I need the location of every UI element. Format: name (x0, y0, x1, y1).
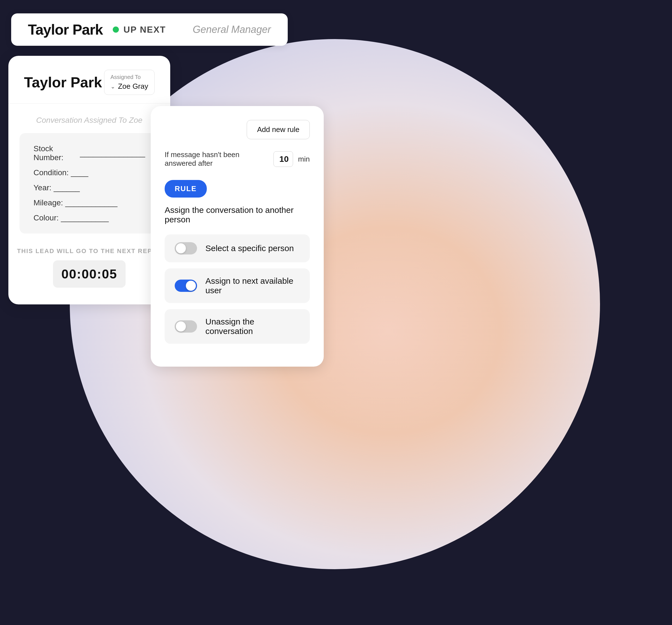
colour-label: Colour: (33, 213, 58, 222)
right-card: Add new rule If message hasn't been answ… (151, 106, 324, 367)
rule-main-text: Assign the conversation to another perso… (165, 206, 310, 224)
left-card-header: Taylor Park Assigned To ⌄ Zoe Gray (8, 56, 170, 103)
add-new-rule-button[interactable]: Add new rule (247, 120, 310, 139)
toggle-2[interactable] (175, 320, 197, 333)
toggle-knob-2 (176, 321, 186, 332)
rule-badge: RULE (165, 180, 207, 197)
toggle-label-0: Select a specific person (206, 244, 294, 253)
assigned-to-name: Zoe Gray (118, 82, 148, 91)
toggle-label-1: Assign to next available user (206, 276, 300, 295)
colour-value: ___________ (61, 213, 109, 222)
mileage-row: Mileage: ____________ (33, 198, 145, 207)
assigned-to-person[interactable]: ⌄ Zoe Gray (111, 82, 148, 91)
toggle-label-2: Unassign the conversation (206, 317, 300, 336)
vehicle-details-box: Stock Number: _______________ Condition:… (20, 133, 159, 234)
toggle-row-2[interactable]: Unassign the conversation (165, 309, 310, 344)
toggle-row-0[interactable]: Select a specific person (165, 234, 310, 262)
toggle-knob-0 (176, 243, 186, 254)
year-row: Year: ______ (33, 183, 145, 192)
toggle-0[interactable] (175, 242, 197, 255)
right-card-header: Add new rule (165, 120, 310, 139)
condition-label: Condition: (33, 168, 69, 177)
condition-value: ____ (71, 168, 88, 177)
time-value-box[interactable]: 10 (273, 151, 293, 167)
toggle-row-1[interactable]: Assign to next available user (165, 268, 310, 303)
lead-goes-text: THIS LEAD WILL GO TO THE NEXT REP IN (8, 247, 170, 255)
stock-number-value: _______________ (80, 149, 145, 158)
toggle-rows-container: Select a specific personAssign to next a… (165, 234, 310, 344)
top-bar-role: General Manager (176, 24, 271, 35)
condition-row: Condition: ____ (33, 168, 145, 177)
left-card: Taylor Park Assigned To ⌄ Zoe Gray Conve… (8, 56, 170, 305)
toggle-knob-1 (186, 281, 196, 291)
countdown-timer: 00:00:05 (53, 260, 126, 288)
mileage-value: ____________ (65, 198, 118, 207)
toggle-1[interactable] (175, 280, 197, 292)
green-dot-icon (113, 26, 119, 33)
time-text-before: If message hasn't been answered after (165, 150, 268, 168)
time-unit: min (298, 155, 310, 164)
mileage-label: Mileage: (33, 198, 63, 207)
rule-time-row: If message hasn't been answered after 10… (165, 150, 310, 168)
stock-number-label: Stock Number: (33, 144, 78, 162)
top-notification-bar: Taylor Park UP NEXT General Manager (11, 14, 288, 46)
left-card-person-name: Taylor Park (24, 74, 102, 91)
assigned-to-badge[interactable]: Assigned To ⌄ Zoe Gray (104, 70, 154, 95)
year-label: Year: (33, 183, 51, 192)
stock-number-row: Stock Number: _______________ (33, 144, 145, 162)
assigned-to-label: Assigned To (111, 74, 141, 80)
conversation-assigned-message: Conversation Assigned To Zoe (8, 103, 170, 133)
top-bar-name: Taylor Park (28, 21, 103, 38)
up-next-label: UP NEXT (123, 25, 166, 35)
colour-row: Colour: ___________ (33, 213, 145, 222)
year-value: ______ (54, 183, 79, 192)
chevron-down-icon: ⌄ (111, 83, 115, 90)
up-next-badge: UP NEXT (113, 25, 166, 35)
